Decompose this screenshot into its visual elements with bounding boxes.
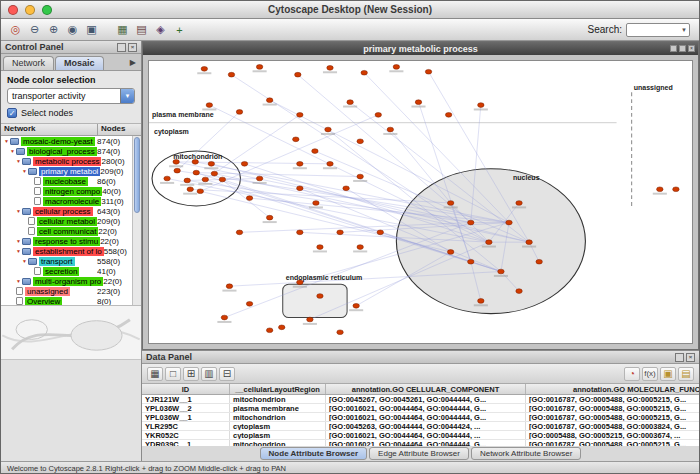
delete-attribute-icon[interactable]: ⊟ bbox=[219, 367, 235, 381]
tree-scrollbar-thumb[interactable] bbox=[134, 137, 140, 213]
network-node[interactable] bbox=[266, 328, 272, 333]
network-node[interactable] bbox=[226, 284, 232, 289]
minimize-button[interactable] bbox=[25, 5, 35, 15]
expand-arrow-icon[interactable]: ▼ bbox=[21, 168, 28, 174]
node-color-dropdown[interactable]: transporter activity ▼ bbox=[7, 88, 135, 104]
network-node[interactable] bbox=[187, 187, 193, 192]
network-node[interactable] bbox=[478, 299, 484, 304]
tree-item-metabolic-process[interactable]: ▼metabolic process280(0) bbox=[1, 156, 132, 166]
network-node[interactable] bbox=[279, 325, 285, 330]
network-node[interactable] bbox=[393, 65, 399, 70]
network-node[interactable] bbox=[313, 201, 319, 206]
column-header[interactable]: annotation.GO CELLULAR_COMPONENT bbox=[326, 384, 526, 394]
network-node[interactable] bbox=[206, 103, 212, 108]
network-view-titlebar[interactable]: primary metabolic process × bbox=[143, 42, 698, 55]
network-node[interactable] bbox=[307, 317, 313, 322]
network-node[interactable] bbox=[673, 187, 679, 192]
close-panel-icon[interactable]: × bbox=[128, 43, 137, 52]
network-node[interactable] bbox=[447, 250, 453, 255]
create-view-icon[interactable]: ▤ bbox=[133, 22, 150, 38]
network-node[interactable] bbox=[498, 269, 504, 274]
network-node[interactable] bbox=[297, 230, 303, 235]
zoom-button[interactable] bbox=[42, 5, 52, 15]
table-row[interactable]: YLR295Ccytoplasm[GO:0045263, GO:0044444,… bbox=[142, 422, 699, 431]
table-row[interactable]: YKR052Ccytoplasm[GO:0016021, GO:0044464,… bbox=[142, 431, 699, 440]
network-node[interactable] bbox=[347, 100, 353, 105]
tree-item-transport[interactable]: ▼transport558(0) bbox=[1, 256, 132, 266]
network-node[interactable] bbox=[327, 66, 333, 71]
expand-arrow-icon[interactable]: ▼ bbox=[15, 278, 22, 284]
expand-arrow-icon[interactable]: ▼ bbox=[21, 258, 28, 264]
network-node[interactable] bbox=[536, 259, 542, 264]
table-row[interactable]: YPL036W__2plasma membrane[GO:0016021, GO… bbox=[142, 404, 699, 413]
tree-item-biological-process[interactable]: ▼biological_process874(0) bbox=[1, 146, 132, 156]
new-attribute-icon[interactable]: □ bbox=[165, 367, 181, 381]
table-row[interactable]: YJR121W__1mitochondrion[GO:0045267, GO:0… bbox=[142, 395, 699, 404]
frame-minimize-icon[interactable] bbox=[670, 45, 677, 52]
network-node[interactable] bbox=[387, 127, 393, 132]
network-node[interactable] bbox=[516, 201, 522, 206]
network-node[interactable] bbox=[425, 69, 431, 74]
close-panel-icon[interactable]: × bbox=[686, 353, 695, 362]
network-node[interactable] bbox=[357, 174, 363, 179]
network-node[interactable] bbox=[445, 113, 451, 118]
network-node[interactable] bbox=[343, 186, 349, 191]
tree-item-response-to-stimu[interactable]: ▼response to stimu22(0) bbox=[1, 236, 132, 246]
plugin-manager-icon[interactable]: + bbox=[171, 22, 188, 38]
frame-maximize-icon[interactable] bbox=[679, 45, 686, 52]
close-button[interactable] bbox=[8, 5, 18, 15]
tab-edge-attribute-browser[interactable]: Edge Attribute Browser bbox=[369, 447, 469, 460]
tab-mosaic[interactable]: Mosaic bbox=[55, 56, 104, 70]
network-node[interactable] bbox=[208, 161, 214, 166]
function-builder-icon[interactable]: f(x) bbox=[642, 367, 658, 381]
tab-node-attribute-browser[interactable]: Node Attribute Browser bbox=[260, 447, 368, 460]
tree-item-macromolecule[interactable]: macromolecule311(0) bbox=[1, 196, 132, 206]
network-node[interactable] bbox=[241, 161, 247, 166]
network-node[interactable] bbox=[486, 240, 492, 245]
open-network-icon[interactable]: ◎ bbox=[7, 22, 24, 38]
network-node[interactable] bbox=[468, 220, 474, 225]
zoom-fit-icon[interactable]: ▣ bbox=[83, 22, 100, 38]
network-overview-icon[interactable]: ▦ bbox=[114, 22, 131, 38]
import-attributes-icon[interactable]: ▣ bbox=[660, 367, 676, 381]
network-node[interactable] bbox=[295, 72, 301, 77]
expand-arrow-icon[interactable]: ▼ bbox=[15, 248, 22, 254]
tree-item-establishment-of-lo[interactable]: ▼establishment of lo558(0) bbox=[1, 246, 132, 256]
network-canvas[interactable]: plasma membranecytoplasmmitochondrionnuc… bbox=[149, 61, 692, 343]
expand-arrow-icon[interactable]: ▼ bbox=[15, 208, 22, 214]
zoom-out-icon[interactable]: ⊖ bbox=[26, 22, 43, 38]
network-node[interactable] bbox=[202, 177, 208, 182]
expand-arrow-icon[interactable]: ▼ bbox=[9, 148, 16, 154]
network-node[interactable] bbox=[325, 127, 331, 132]
network-node[interactable] bbox=[447, 201, 453, 206]
network-node[interactable] bbox=[357, 139, 363, 144]
network-node[interactable] bbox=[174, 168, 180, 173]
network-node[interactable] bbox=[219, 177, 225, 182]
tree-item-mosaic-demo-yeast[interactable]: ▼mosaic-demo-yeast874(0) bbox=[1, 136, 132, 146]
tree-item-cell-communicat[interactable]: cell communicat22(0) bbox=[1, 226, 132, 236]
tree-item-cellular-process[interactable]: ▼cellular process643(0) bbox=[1, 206, 132, 216]
network-node[interactable] bbox=[236, 110, 242, 115]
search-input[interactable]: ▼ bbox=[626, 23, 690, 37]
tree-column-nodes[interactable]: Nodes bbox=[97, 124, 141, 135]
column-header[interactable]: __cellularLayoutRegion bbox=[230, 384, 326, 394]
network-node[interactable] bbox=[377, 230, 383, 235]
network-node[interactable] bbox=[312, 149, 318, 154]
network-node[interactable] bbox=[236, 230, 242, 235]
network-node[interactable] bbox=[327, 161, 333, 166]
tree-item-nucleobase[interactable]: nucleobase86(0) bbox=[1, 176, 132, 186]
network-node[interactable] bbox=[193, 170, 199, 175]
network-node[interactable] bbox=[375, 113, 381, 118]
network-node[interactable] bbox=[246, 301, 252, 306]
network-node[interactable] bbox=[468, 259, 474, 264]
column-header[interactable]: ID bbox=[142, 384, 230, 394]
tab-network[interactable]: Network bbox=[3, 56, 54, 70]
network-node[interactable] bbox=[357, 245, 363, 250]
tree-item-unassigned[interactable]: unassigned223(0) bbox=[1, 286, 132, 296]
tree-item-overview[interactable]: Overview8(0) bbox=[1, 296, 132, 305]
expand-arrow-icon[interactable]: ▼ bbox=[15, 158, 22, 164]
pie-chart-icon[interactable]: ◔ bbox=[624, 367, 640, 381]
export-attributes-icon[interactable]: ▤ bbox=[678, 367, 694, 381]
network-node[interactable] bbox=[361, 70, 367, 75]
table-row[interactable]: YPL036W__1mitochondrion[GO:0016021, GO:0… bbox=[142, 413, 699, 422]
